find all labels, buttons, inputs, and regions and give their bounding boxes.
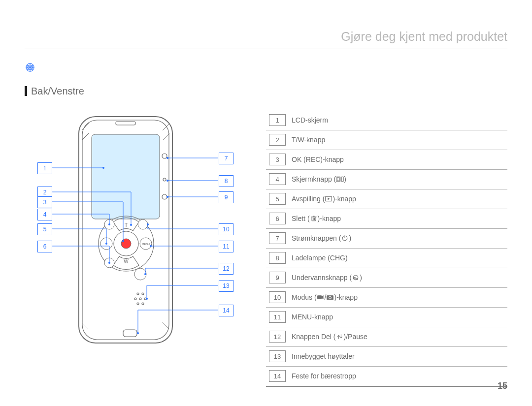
table-row: 5Avspilling ()-knapp — [266, 189, 507, 209]
part-label: OK (REC)-knapp — [289, 150, 507, 170]
table-row: 3OK (REC)-knapp — [266, 150, 507, 170]
part-label: T/W-knapp — [289, 130, 507, 150]
video-mode-icon — [317, 294, 325, 301]
part-number: 3 — [269, 154, 286, 165]
callout-1: 1 — [37, 162, 52, 174]
callout-9: 9 — [219, 191, 233, 203]
callout-5: 5 — [37, 223, 52, 235]
part-number: 2 — [269, 134, 286, 146]
svg-point-34 — [142, 303, 144, 305]
rec-button-icon — [121, 239, 131, 249]
callout-7: 7 — [219, 153, 233, 164]
section-icon — [25, 63, 35, 72]
svg-point-33 — [137, 303, 139, 305]
part-number: 10 — [269, 291, 286, 303]
speaker-icon — [134, 293, 146, 305]
underwater-icon — [352, 274, 360, 281]
part-label: Innebygget høyttaler — [289, 347, 507, 367]
part-label: Ladelampe (CHG) — [289, 249, 507, 268]
part-number: 1 — [269, 114, 286, 126]
part-label: Avspilling ()-knapp — [289, 189, 507, 209]
part-number: 12 — [269, 331, 286, 343]
svg-text:W: W — [124, 259, 129, 264]
callout-12: 12 — [219, 263, 233, 275]
svg-line-9 — [163, 124, 169, 130]
screen-toggle-icon — [336, 176, 344, 183]
table-row: 2T/W-knapp — [266, 130, 507, 150]
table-row: 1LCD-skjerm — [266, 111, 507, 130]
svg-point-15 — [163, 178, 166, 181]
part-number: 14 — [269, 370, 286, 382]
part-label: Strømknappen () — [289, 229, 507, 249]
part-label: LCD-skjerm — [289, 111, 507, 130]
svg-line-7 — [82, 133, 89, 140]
table-row: 8Ladelampe (CHG) — [266, 249, 507, 268]
part-label: Knappen Del ()/Pause — [289, 327, 507, 347]
part-number: 13 — [269, 350, 286, 362]
table-row: 4Skjermknapp () — [266, 170, 507, 189]
svg-point-28 — [137, 293, 139, 295]
table-row: 11MENU-knapp — [266, 308, 507, 327]
svg-point-30 — [134, 298, 136, 300]
svg-text:T: T — [125, 222, 128, 228]
svg-point-27 — [134, 268, 146, 280]
svg-line-10 — [163, 133, 169, 140]
callout-4: 4 — [37, 209, 52, 220]
table-row: 9Undervannsknapp () — [266, 268, 507, 288]
svg-marker-88 — [321, 295, 323, 299]
power-icon — [341, 235, 349, 242]
callout-10: 10 — [219, 223, 233, 235]
part-number: 9 — [269, 272, 286, 283]
callout-6: 6 — [37, 241, 52, 252]
callout-11: 11 — [219, 241, 233, 252]
table-row: 6Slett ()-knapp — [266, 209, 507, 229]
table-row: 10Modus (/)-knapp — [266, 288, 507, 308]
part-number: 5 — [269, 193, 286, 205]
part-number: 11 — [269, 311, 286, 323]
svg-point-24 — [138, 219, 148, 229]
parts-table: 1LCD-skjerm2T/W-knapp3OK (REC)-knapp4Skj… — [266, 111, 507, 387]
table-row: 7Strømknappen () — [266, 229, 507, 249]
callout-13: 13 — [219, 280, 233, 292]
part-number: 7 — [269, 232, 286, 244]
svg-point-32 — [144, 298, 146, 300]
table-row: 14Feste for bærestropp — [266, 367, 507, 387]
callout-3: 3 — [37, 196, 52, 208]
svg-marker-77 — [328, 198, 330, 200]
part-label: Skjermknapp () — [289, 170, 507, 189]
part-number: 4 — [269, 173, 286, 185]
playback-icon — [325, 195, 332, 202]
svg-rect-87 — [317, 296, 321, 299]
svg-point-14 — [162, 154, 167, 158]
photo-mode-icon — [326, 294, 334, 301]
page-number: 15 — [498, 381, 507, 391]
svg-point-26 — [104, 258, 114, 268]
svg-rect-75 — [341, 177, 343, 182]
table-row: 13Innebygget høyttaler — [266, 347, 507, 367]
share-icon — [336, 333, 344, 340]
svg-point-21 — [100, 238, 112, 250]
svg-point-29 — [142, 293, 144, 295]
part-label: Modus (/)-knapp — [289, 288, 507, 308]
part-label: MENU-knapp — [289, 308, 507, 327]
product-diagram: T W MENU — [59, 111, 207, 359]
svg-point-31 — [139, 298, 141, 300]
part-number: 8 — [269, 252, 286, 264]
svg-point-25 — [104, 219, 114, 229]
svg-line-6 — [82, 124, 89, 130]
svg-rect-74 — [337, 178, 340, 181]
table-row: 12Knappen Del ()/Pause — [266, 327, 507, 347]
svg-line-11 — [163, 322, 169, 329]
svg-point-16 — [162, 194, 167, 199]
svg-text:MENU: MENU — [142, 243, 150, 246]
callout-8: 8 — [219, 175, 233, 187]
part-label: Feste for bærestropp — [289, 367, 507, 387]
part-number: 6 — [269, 213, 286, 224]
svg-rect-12 — [116, 122, 135, 125]
part-label: Slett ()-knapp — [289, 209, 507, 229]
callout-14: 14 — [219, 305, 233, 316]
part-label: Undervannsknapp () — [289, 268, 507, 288]
trash-icon — [310, 215, 318, 222]
svg-rect-35 — [123, 330, 137, 337]
page-title: Gjøre deg kjent med produktet — [25, 30, 507, 49]
